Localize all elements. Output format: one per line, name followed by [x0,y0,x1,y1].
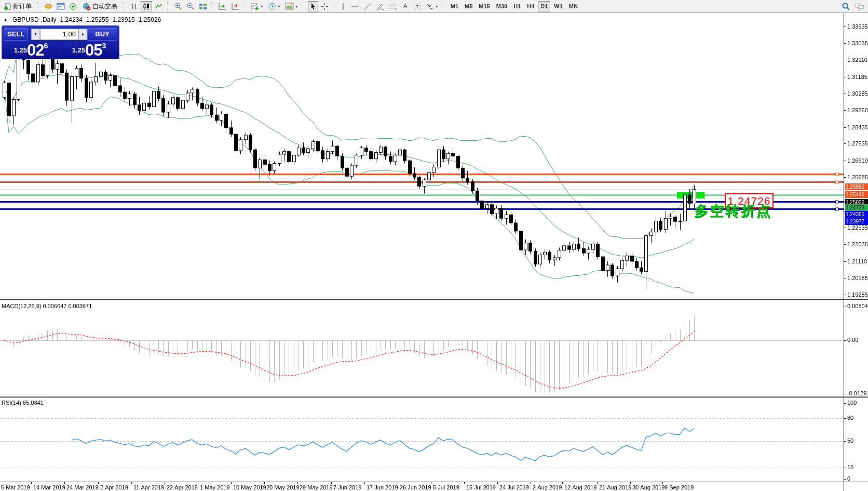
scroll-to-end-icon [218,3,227,10]
price-tag-pivot-green[interactable]: 1.24726 [845,204,868,211]
tab-timeframe-m30[interactable]: M30 [494,1,510,11]
volume-decrease-button[interactable]: ▼ [31,29,40,40]
bar-chart-mode-button[interactable] [128,1,140,11]
tab-timeframe-d1[interactable]: D1 [538,1,550,11]
toolbar-separator [244,2,247,10]
toolbar-separator [211,2,214,10]
price-tag-support-lower[interactable]: 1.23977 [845,218,868,225]
horizontal-line-icon [351,3,359,10]
one-click-collapse-arrow[interactable]: ▲ [3,17,8,22]
sell-price[interactable]: 1.25026 [2,41,60,59]
price-tag-resistance-lower[interactable]: 1.25446 [845,191,868,198]
rsi-label-row: RSI(14) 65.0341 [2,400,44,406]
tab-timeframe-w1[interactable]: W1 [551,1,565,11]
toolbar-separator [167,2,170,10]
rsi-indicator-name: RSI(14) [2,400,21,406]
chart-symbol-title: GBPUSD-,Daily [12,16,57,23]
ohlc-high: 1.25255 [86,16,108,23]
line-chart-mode-button[interactable] [153,1,165,11]
macd-main-value: 0.006647 [43,303,66,309]
main-toolbar: 新订单 自动交易 ▼ ▼ [0,0,868,13]
price-tag-support-upper[interactable]: 1.24365 [845,211,868,218]
zoom-out-button[interactable] [185,1,196,11]
volume-increase-button[interactable]: ▲ [78,29,87,40]
zoom-out-icon [186,2,195,10]
channel-icon: E [376,3,385,10]
cursor-icon [309,3,317,10]
tab-timeframe-h4[interactable]: H4 [524,1,537,11]
buy-price[interactable]: 1.25053 [60,41,118,59]
scroll-to-end-button[interactable] [216,1,228,11]
svg-text:E: E [382,7,384,10]
macd-label-row: MACD(12,26,9) 0.006647 0.003671 [2,303,92,309]
chat-icon [855,3,864,10]
tab-timeframe-m15[interactable]: M15 [476,1,492,11]
volume-input[interactable] [40,29,78,40]
vertical-line-icon [340,3,346,10]
tab-timeframe-m5[interactable]: M5 [462,1,475,11]
sell-price-pip: 6 [44,42,48,50]
new-order-button[interactable]: 新订单 [1,1,35,11]
sell-button[interactable]: SELL [4,28,28,41]
quotes-button[interactable] [43,1,54,11]
toolbar-separator [333,2,335,10]
chart-shift-button[interactable] [229,1,241,11]
pivot-note-text[interactable]: 多空转折点 [694,202,772,220]
text-label-icon: T [413,3,422,10]
indicators-icon [251,3,259,10]
rsi-value: 65.0341 [23,400,44,406]
ohlc-close: 1.25026 [139,16,161,23]
cursor-tool-button[interactable] [308,1,318,11]
tab-timeframe-mn[interactable]: MN [566,1,580,11]
price-chart-canvas[interactable] [0,13,868,491]
text-label-tool-button[interactable]: T [412,1,423,11]
signals-button[interactable] [67,1,78,11]
macd-signal-value: 0.003671 [68,303,92,309]
price-tag-resistance-upper[interactable]: 1.25862 [845,183,868,190]
tile-windows-button[interactable] [197,1,209,11]
periods-button[interactable]: ▼ [266,1,282,11]
fibonacci-icon: F [389,3,398,10]
fibonacci-tool-button[interactable]: F [387,1,399,11]
autotrading-label: 自动交易 [92,2,117,11]
macd-indicator-name: MACD(12,26,9) [2,303,41,309]
buy-price-big: 05 [85,41,102,59]
candlestick-mode-button[interactable] [141,1,152,11]
svg-text:T: T [416,4,419,9]
vertical-line-tool-button[interactable] [338,1,348,11]
text-tool-button[interactable]: A [400,1,411,11]
ohlc-open: 1.24234 [60,16,83,23]
chart-window-button[interactable] [55,1,66,11]
tile-windows-icon [199,3,207,10]
search-button[interactable] [840,1,852,11]
trendline-tool-button[interactable] [362,1,373,11]
crosshair-tool-button[interactable] [319,1,330,11]
buy-button[interactable]: BUY [87,28,117,41]
sell-price-prefix: 1.25 [14,46,27,54]
arrows-tool-icon [426,3,434,10]
toolbar-separator [37,2,40,10]
template-image-icon [285,3,294,10]
clock-icon [268,2,276,10]
chat-button[interactable] [853,1,866,11]
signals-icon [69,3,77,10]
new-order-label: 新订单 [13,2,32,11]
toolbar-separator [443,2,445,10]
toolbar-separator [303,2,305,10]
crosshair-icon [321,3,329,10]
quotes-icon [44,3,52,10]
autotrading-button[interactable]: 自动交易 [79,1,120,11]
equidistant-channel-tool-button[interactable]: E [374,1,386,11]
zoom-in-button[interactable] [172,1,184,11]
bar-chart-icon [130,3,138,10]
toolbar-separator [123,2,126,10]
tab-timeframe-m1[interactable]: M1 [448,1,461,11]
chart-shift-icon [231,3,240,10]
templates-button[interactable]: ▼ [283,1,300,11]
horizontal-line-tool-button[interactable] [349,1,361,11]
indicators-button[interactable]: ▼ [249,1,265,11]
tab-timeframe-h1[interactable]: H1 [511,1,523,11]
dropdown-arrow-icon: ▼ [260,5,264,8]
arrows-tool-button[interactable]: ▼ [424,1,440,11]
ohlc-low: 1.23915 [112,16,134,23]
